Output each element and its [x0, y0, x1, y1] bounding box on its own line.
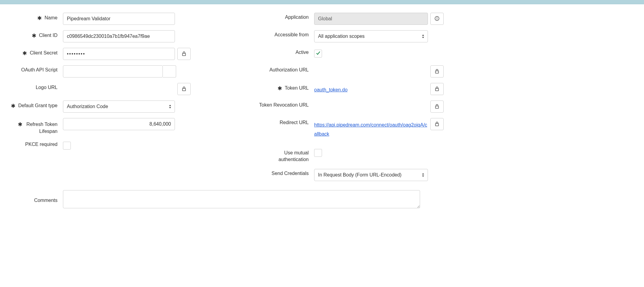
row-default-grant-type: ✱ Default Grant type Authorization Code — [0, 100, 191, 117]
label-refresh-token-lifespan-l2: Lifespan — [39, 129, 58, 134]
row-redirect-url: Redirect URL https://api.pipedream.com/c… — [191, 117, 457, 147]
redirect-url-lock-button[interactable] — [430, 118, 444, 130]
label-default-grant-type: Default Grant type — [18, 103, 58, 108]
chevron-sort-icon — [169, 105, 172, 108]
svg-rect-10 — [435, 124, 439, 126]
application-info-button[interactable] — [430, 13, 444, 25]
use-mutual-authentication-checkbox[interactable] — [314, 149, 322, 157]
svg-point-6 — [437, 17, 437, 18]
row-use-mutual-authentication: Use mutual authentication — [191, 147, 457, 168]
token-url-link[interactable]: oauth_token.do — [314, 83, 347, 94]
chevron-sort-icon — [422, 173, 425, 177]
application-value: Global — [314, 13, 428, 25]
token-revocation-url-lock-button[interactable] — [430, 101, 444, 113]
oauth-api-script-lookup-button[interactable] — [163, 65, 176, 78]
send-credentials-select[interactable]: In Request Body (Form URL-Encoded) — [314, 169, 428, 181]
required-icon: ✱ — [278, 85, 282, 92]
row-client-id: ✱ Client ID — [0, 30, 191, 47]
accessible-from-value: All application scopes — [318, 34, 365, 39]
row-pkce-required: PKCE required — [0, 139, 191, 157]
label-pkce-required: PKCE required — [25, 142, 58, 147]
label-use-mutual-auth-l1: Use mutual — [284, 150, 309, 155]
row-authorization-url: Authorization URL — [191, 65, 457, 82]
label-token-revocation-url: Token Revocation URL — [259, 102, 309, 108]
label-send-credentials: Send Credentials — [271, 171, 309, 176]
row-send-credentials: Send Credentials In Request Body (Form U… — [191, 168, 457, 186]
svg-rect-8 — [435, 88, 439, 91]
token-url-lock-button[interactable] — [430, 83, 444, 95]
row-token-revocation-url: Token Revocation URL — [191, 100, 457, 117]
default-grant-type-select[interactable]: Authorization Code — [63, 101, 175, 113]
label-redirect-url: Redirect URL — [280, 120, 309, 125]
lock-icon — [434, 121, 440, 127]
row-name: ✱ Name — [0, 12, 191, 30]
client-secret-input[interactable] — [63, 48, 175, 60]
header-bar — [0, 0, 644, 4]
refresh-token-lifespan-input[interactable] — [63, 118, 175, 130]
row-refresh-token-lifespan: ✱ Refresh Token Lifespan — [0, 117, 191, 139]
lock-icon — [434, 86, 440, 92]
row-active: Active — [191, 47, 457, 65]
lock-icon — [434, 68, 440, 75]
info-icon — [434, 16, 440, 22]
lock-icon — [181, 51, 187, 57]
row-logo-url: Logo URL — [0, 82, 191, 100]
required-icon: ✱ — [18, 121, 22, 127]
default-grant-type-value: Authorization Code — [67, 104, 108, 109]
label-application: Application — [285, 15, 309, 20]
svg-rect-9 — [435, 106, 439, 108]
required-icon: ✱ — [32, 32, 36, 39]
label-client-id: Client ID — [39, 33, 58, 38]
svg-rect-0 — [182, 53, 186, 56]
label-authorization-url: Authorization URL — [269, 67, 309, 73]
svg-rect-3 — [182, 88, 186, 91]
label-active: Active — [295, 50, 309, 55]
check-icon — [315, 50, 321, 57]
oauth-api-script-input[interactable] — [63, 65, 163, 78]
accessible-from-select[interactable]: All application scopes — [314, 30, 428, 42]
right-column: Application Global Accessible from — [191, 12, 457, 186]
label-use-mutual-auth-l2: authentication — [278, 157, 309, 162]
left-column: ✱ Name ✱ Client ID ✱ Clien — [0, 12, 191, 186]
row-accessible-from: Accessible from All application scopes — [191, 30, 457, 47]
label-accessible-from: Accessible from — [274, 32, 309, 38]
required-icon: ✱ — [22, 50, 27, 57]
comments-textarea[interactable] — [63, 190, 420, 208]
row-application: Application Global — [191, 12, 457, 30]
row-client-secret: ✱ Client Secret — [0, 47, 191, 65]
client-id-input[interactable] — [63, 30, 175, 42]
client-secret-lock-button[interactable] — [177, 48, 191, 60]
svg-rect-7 — [435, 71, 439, 73]
row-comments: Comments — [0, 186, 644, 208]
label-logo-url: Logo URL — [36, 85, 58, 90]
label-client-secret: Client Secret — [30, 50, 58, 56]
row-token-url: ✱ Token URL oauth_token.do — [191, 82, 457, 100]
chevron-sort-icon — [422, 35, 425, 38]
lock-icon — [181, 86, 187, 92]
label-oauth-api-script: OAuth API Script — [21, 67, 58, 73]
label-name: Name — [44, 15, 58, 21]
label-refresh-token-lifespan-l1: Refresh Token — [26, 122, 58, 127]
label-comments: Comments — [34, 198, 58, 203]
pkce-required-checkbox[interactable] — [63, 142, 71, 150]
form-container: ✱ Name ✱ Client ID ✱ Clien — [0, 4, 644, 208]
authorization-url-lock-button[interactable] — [430, 65, 444, 78]
lock-icon — [434, 104, 440, 110]
logo-url-lock-button[interactable] — [177, 83, 191, 95]
send-credentials-value: In Request Body (Form URL-Encoded) — [318, 172, 402, 178]
active-checkbox[interactable] — [314, 50, 322, 58]
row-oauth-api-script: OAuth API Script — [0, 65, 191, 82]
redirect-url-link[interactable]: https://api.pipedream.com/connect/oauth/… — [314, 118, 428, 139]
name-input[interactable] — [63, 13, 175, 25]
required-icon: ✱ — [11, 103, 15, 109]
label-token-url: Token URL — [285, 85, 309, 91]
required-icon: ✱ — [37, 15, 42, 21]
